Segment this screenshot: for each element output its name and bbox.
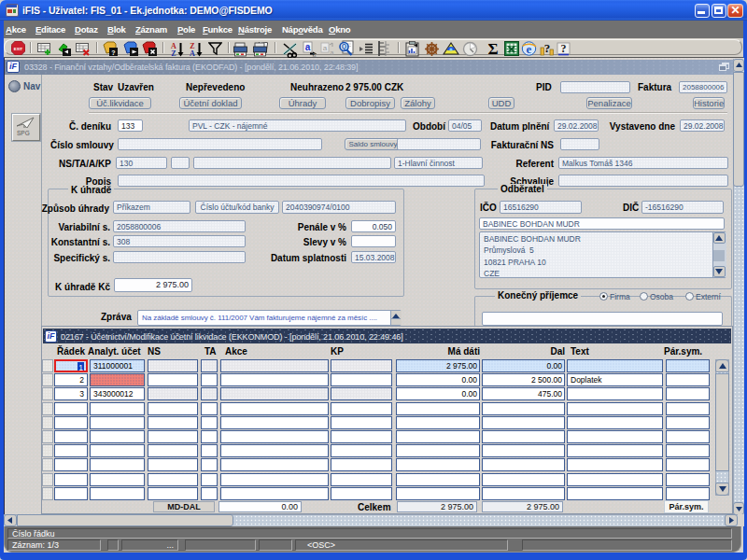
svg-text:a: a — [331, 49, 334, 56]
svg-text:A: A — [190, 49, 195, 57]
svg-text:?: ? — [544, 41, 551, 55]
svg-text:?: ? — [561, 42, 567, 55]
svg-text:a: a — [305, 42, 311, 52]
svg-text:EXIT: EXIT — [14, 47, 23, 51]
svg-text:Z: Z — [171, 49, 176, 57]
svg-text:Σ: Σ — [487, 40, 498, 57]
svg-text:Q: Q — [342, 43, 346, 50]
svg-text:a: a — [323, 44, 328, 52]
svg-text:?: ? — [111, 49, 115, 56]
svg-text:a: a — [313, 51, 317, 58]
